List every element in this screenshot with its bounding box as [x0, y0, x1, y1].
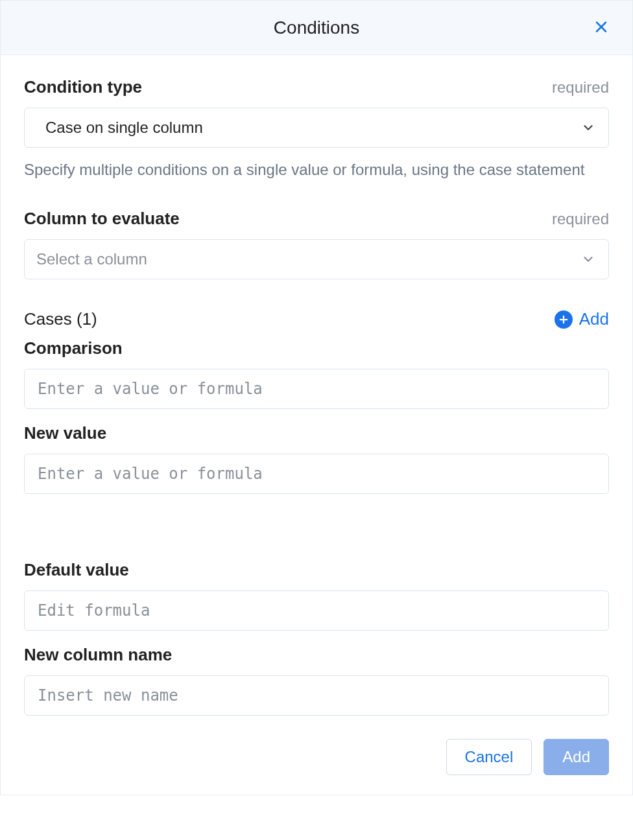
new-value-input[interactable]: [36, 464, 595, 484]
cases-header-row: Cases (1) Add: [24, 309, 609, 329]
cancel-button-label: Cancel: [465, 748, 514, 766]
comparison-input-wrapper: [24, 369, 609, 409]
condition-type-help: Specify multiple conditions on a single …: [24, 158, 609, 181]
modal-body: Condition type required Case on single c…: [1, 55, 632, 795]
add-button-label: Add: [562, 748, 590, 766]
column-to-evaluate-field: Column to evaluate required Select a col…: [24, 209, 609, 279]
comparison-field: Comparison: [24, 338, 609, 409]
required-indicator: required: [552, 78, 609, 97]
modal-footer: Cancel Add: [24, 739, 609, 775]
chevron-down-icon: [581, 121, 595, 135]
default-value-input-wrapper: [24, 590, 609, 631]
chevron-down-icon: [581, 252, 595, 266]
cancel-button[interactable]: Cancel: [446, 739, 532, 775]
modal-header: Conditions: [1, 1, 632, 55]
add-case-button[interactable]: Add: [555, 309, 609, 329]
new-value-label: New value: [24, 423, 609, 443]
new-column-name-field: New column name: [24, 645, 609, 716]
column-to-evaluate-label: Column to evaluate: [24, 209, 180, 229]
comparison-input[interactable]: [36, 379, 595, 399]
new-column-name-label: New column name: [24, 645, 609, 665]
condition-type-field: Condition type required Case on single c…: [24, 77, 609, 181]
column-to-evaluate-placeholder: Select a column: [36, 250, 147, 268]
new-column-name-input[interactable]: [36, 686, 595, 705]
required-indicator: required: [552, 210, 609, 228]
column-to-evaluate-select[interactable]: Select a column: [24, 239, 609, 279]
new-value-field: New value: [24, 423, 609, 494]
add-button[interactable]: Add: [543, 739, 609, 775]
modal-title: Conditions: [274, 18, 359, 38]
close-icon: [593, 19, 609, 36]
add-case-label: Add: [579, 309, 609, 329]
label-row: Condition type required: [24, 77, 609, 97]
condition-type-select[interactable]: Case on single column: [24, 108, 609, 148]
default-value-field: Default value: [24, 560, 609, 631]
cases-heading: Cases (1): [24, 309, 97, 329]
default-value-label: Default value: [24, 560, 609, 580]
new-column-name-input-wrapper: [24, 675, 609, 716]
label-row: Column to evaluate required: [24, 209, 609, 229]
default-value-input[interactable]: [36, 601, 595, 620]
close-button[interactable]: [590, 15, 613, 40]
comparison-label: Comparison: [24, 338, 609, 358]
condition-type-label: Condition type: [24, 77, 142, 97]
condition-type-value: Case on single column: [45, 119, 203, 137]
section-gap: [24, 515, 609, 560]
conditions-modal: Conditions Condition type required Case …: [0, 0, 633, 795]
new-value-input-wrapper: [24, 454, 609, 494]
plus-circle-icon: [555, 310, 573, 329]
